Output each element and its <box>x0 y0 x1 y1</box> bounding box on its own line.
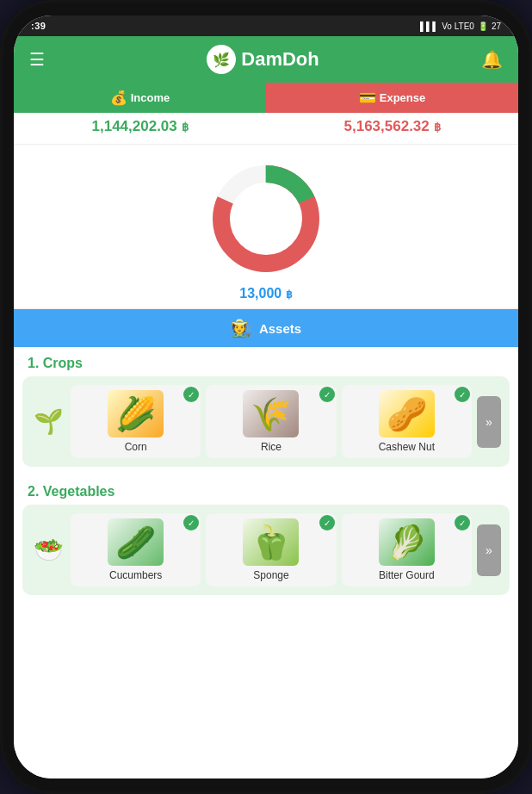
crop-item-sponge[interactable]: ✓ 🫑 Sponge <box>206 513 336 586</box>
corn-image: 🌽 <box>108 390 164 437</box>
expense-tab[interactable]: 💳 Expense <box>266 83 518 113</box>
cucumber-check-icon: ✓ <box>183 515 199 530</box>
assets-icon: 🧑‍🌾 <box>231 318 252 338</box>
income-currency: ฿ <box>182 121 189 133</box>
crops-section-title: 1. Crops <box>14 347 518 376</box>
income-icon: 💰 <box>110 90 127 106</box>
rice-label: Rice <box>261 441 281 453</box>
svg-point-3 <box>232 184 300 253</box>
logo-leaf-icon: 🌿 <box>213 52 230 68</box>
expense-icon: 💳 <box>359 90 376 106</box>
phone-screen: :39 ▌▌▌ Vo LTE0 🔋 27 ☰ 🌿 DamDoh 🔔 <box>14 16 518 778</box>
vegetables-row: 🥗 ✓ 🥒 Cucumbers ✓ 🫑 Spong <box>22 505 510 595</box>
donut-svg <box>206 158 326 279</box>
content-area: 1. Crops 🌱 ✓ 🌽 Corn ✓ 🌾 <box>14 347 518 778</box>
crops-more-button[interactable]: » <box>477 396 501 448</box>
app-title: DamDoh <box>241 48 319 71</box>
corn-check-icon: ✓ <box>183 387 199 402</box>
logo-container: 🌿 DamDoh <box>207 45 319 74</box>
crop-item-corn[interactable]: ✓ 🌽 Corn <box>71 385 201 458</box>
crop-item-cashew[interactable]: ✓ 🥜 Cashew Nut <box>342 385 472 458</box>
crop-item-cucumber[interactable]: ✓ 🥒 Cucumbers <box>71 513 201 586</box>
status-right: ▌▌▌ Vo LTE0 🔋 27 <box>420 22 501 31</box>
values-row: 1,144,202.03 ฿ 5,163,562.32 ฿ <box>14 113 518 145</box>
sponge-label: Sponge <box>253 569 288 581</box>
bittergourd-image: 🥬 <box>379 518 435 566</box>
crop-item-bittergourd[interactable]: ✓ 🥬 Bitter Gourd <box>342 513 472 586</box>
hamburger-icon[interactable]: ☰ <box>29 49 45 70</box>
app-header: ☰ 🌿 DamDoh 🔔 <box>14 36 518 83</box>
cucumber-image: 🥒 <box>108 518 164 566</box>
rice-image: 🌾 <box>243 390 299 437</box>
chart-currency: ฿ <box>286 288 293 301</box>
crops-section-icon: 🌱 <box>31 407 65 436</box>
cashew-label: Cashew Nut <box>379 441 435 453</box>
vegetables-section-title: 2. Vegetables <box>14 475 518 505</box>
chart-section: 13,000 ฿ <box>14 145 518 309</box>
cashew-image: 🥜 <box>379 390 435 437</box>
corn-label: Corn <box>125 441 147 453</box>
crops-items: ✓ 🌽 Corn ✓ 🌾 Rice ✓ <box>71 385 472 458</box>
cucumber-label: Cucumbers <box>109 569 162 581</box>
assets-bar[interactable]: 🧑‍🌾 Assets <box>14 309 518 347</box>
donut-chart <box>206 158 326 279</box>
sponge-image: 🫑 <box>243 518 299 566</box>
logo-icon: 🌿 <box>207 45 236 74</box>
assets-label: Assets <box>259 321 301 336</box>
battery-icon: 🔋 <box>478 22 488 31</box>
signal-icon: ▌▌▌ <box>420 22 438 31</box>
expense-currency: ฿ <box>434 121 441 133</box>
cashew-check-icon: ✓ <box>455 387 470 402</box>
crop-item-rice[interactable]: ✓ 🌾 Rice <box>206 385 336 458</box>
expense-label: Expense <box>380 91 425 104</box>
status-bar: :39 ▌▌▌ Vo LTE0 🔋 27 <box>14 16 518 36</box>
bittergourd-check-icon: ✓ <box>455 515 470 530</box>
network-label: Vo LTE0 <box>442 22 474 31</box>
income-value-cell: 1,144,202.03 ฿ <box>14 113 266 144</box>
vegetables-section-icon: 🥗 <box>31 536 65 564</box>
expense-amount: 5,163,562.32 ฿ <box>344 118 441 134</box>
income-expense-bar: 💰 Income 💳 Expense <box>14 83 518 113</box>
rice-check-icon: ✓ <box>319 387 335 402</box>
battery-level: 27 <box>492 22 501 31</box>
vegetables-more-button[interactable]: » <box>477 524 501 576</box>
crops-row: 🌱 ✓ 🌽 Corn ✓ 🌾 Rice <box>22 376 510 467</box>
income-tab[interactable]: 💰 Income <box>14 83 266 113</box>
bittergourd-label: Bitter Gourd <box>379 569 435 581</box>
income-amount: 1,144,202.03 ฿ <box>92 118 189 134</box>
status-time: :39 <box>31 21 46 31</box>
chart-amount: 13,000 ฿ <box>239 286 292 301</box>
notification-bell-icon[interactable]: 🔔 <box>481 49 503 70</box>
phone-frame: :39 ▌▌▌ Vo LTE0 🔋 27 ☰ 🌿 DamDoh 🔔 <box>0 0 532 794</box>
income-label: Income <box>131 91 170 104</box>
expense-value-cell: 5,163,562.32 ฿ <box>266 113 518 144</box>
sponge-check-icon: ✓ <box>319 515 335 530</box>
vegetables-items: ✓ 🥒 Cucumbers ✓ 🫑 Sponge <box>71 513 472 586</box>
